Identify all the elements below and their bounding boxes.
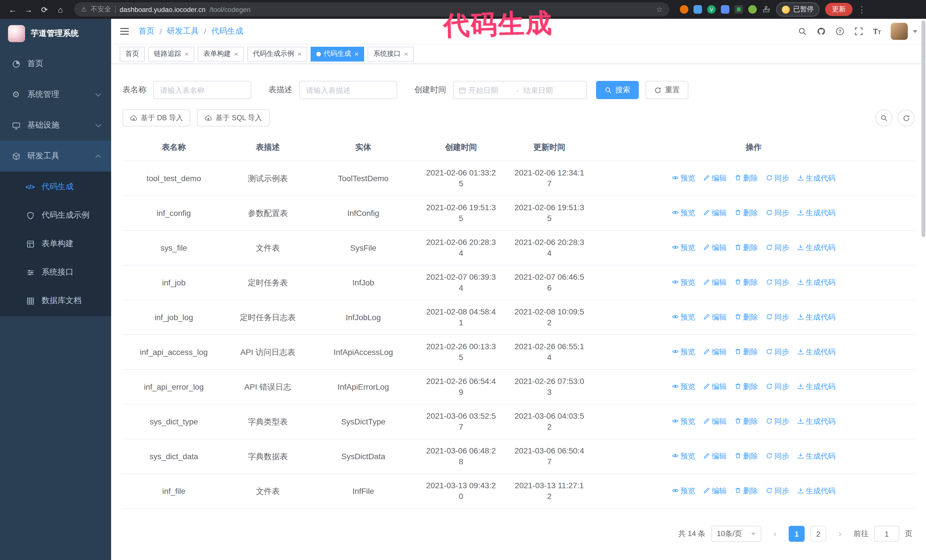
user-avatar[interactable]: [891, 23, 908, 40]
action-delete-link[interactable]: 删除: [735, 451, 758, 462]
action-preview-link[interactable]: 预览: [672, 381, 695, 392]
action-generate-link[interactable]: 生成代码: [797, 451, 835, 462]
sidebar-item-infra[interactable]: 基础设施: [0, 110, 111, 141]
scrollbar-thumb[interactable]: [921, 21, 925, 237]
action-delete-link[interactable]: 删除: [735, 381, 758, 392]
sidebar-item-db-doc[interactable]: 数据库文档: [0, 287, 111, 315]
action-preview-link[interactable]: 预览: [672, 242, 695, 253]
action-sync-link[interactable]: 同步: [766, 242, 789, 253]
next-page-button[interactable]: ›: [832, 526, 848, 542]
sidebar-item-devtools[interactable]: 研发工具: [0, 141, 111, 172]
reset-button[interactable]: 重置: [646, 81, 688, 99]
action-sync-link[interactable]: 同步: [766, 312, 789, 323]
action-edit-link[interactable]: 编辑: [703, 381, 726, 392]
page-button-1[interactable]: 1: [789, 526, 805, 542]
action-delete-link[interactable]: 删除: [735, 485, 758, 496]
extension-icon[interactable]: [735, 5, 743, 14]
close-icon[interactable]: ×: [354, 50, 359, 58]
action-generate-link[interactable]: 生成代码: [797, 381, 835, 392]
help-icon[interactable]: ?: [835, 27, 844, 36]
action-sync-link[interactable]: 同步: [766, 346, 789, 357]
hamburger-icon[interactable]: [120, 27, 129, 35]
sidebar-item-codegen[interactable]: </> 代码生成: [0, 173, 111, 201]
toggle-search-button[interactable]: [875, 109, 893, 127]
sidebar-item-form-builder[interactable]: 表单构建: [0, 229, 111, 258]
action-generate-link[interactable]: 生成代码: [797, 277, 835, 288]
close-icon[interactable]: ×: [298, 50, 301, 58]
import-sql-button[interactable]: 基于 SQL 导入: [197, 109, 269, 127]
action-edit-link[interactable]: 编辑: [703, 277, 726, 288]
back-icon[interactable]: ←: [6, 3, 20, 16]
action-generate-link[interactable]: 生成代码: [797, 242, 835, 253]
goto-page-input[interactable]: [874, 526, 899, 542]
action-edit-link[interactable]: 编辑: [703, 451, 726, 462]
action-edit-link[interactable]: 编辑: [703, 485, 726, 496]
action-generate-link[interactable]: 生成代码: [797, 485, 835, 496]
action-delete-link[interactable]: 删除: [735, 277, 758, 288]
import-db-button[interactable]: 基于 DB 导入: [123, 109, 191, 127]
app-logo[interactable]: 芋道管理系统: [0, 19, 111, 48]
prev-page-button[interactable]: ‹: [767, 526, 783, 542]
search-button[interactable]: 搜索: [596, 81, 639, 99]
extension-icon[interactable]: V: [707, 5, 716, 14]
action-delete-link[interactable]: 删除: [735, 242, 758, 253]
create-time-range-picker[interactable]: -: [453, 81, 587, 99]
close-icon[interactable]: ×: [404, 50, 408, 58]
action-delete-link[interactable]: 删除: [735, 346, 758, 357]
action-sync-link[interactable]: 同步: [766, 173, 789, 183]
scrollbar[interactable]: [921, 21, 925, 558]
action-preview-link[interactable]: 预览: [672, 416, 695, 427]
action-delete-link[interactable]: 删除: [735, 207, 758, 218]
home-icon[interactable]: ⌂: [54, 3, 67, 16]
action-delete-link[interactable]: 删除: [735, 173, 758, 183]
action-preview-link[interactable]: 预览: [672, 173, 695, 183]
fullscreen-icon[interactable]: [854, 27, 863, 36]
extension-icon[interactable]: [680, 5, 688, 14]
action-edit-link[interactable]: 编辑: [703, 416, 726, 427]
action-sync-link[interactable]: 同步: [766, 451, 789, 462]
tab-form-builder[interactable]: 表单构建×: [198, 47, 244, 61]
action-edit-link[interactable]: 编辑: [703, 242, 726, 253]
action-edit-link[interactable]: 编辑: [703, 346, 726, 357]
close-icon[interactable]: ×: [185, 50, 189, 58]
url-bar[interactable]: ⚠ 不安全 dashboard.yudao.iocoder.cn/tool/co…: [74, 2, 670, 17]
action-edit-link[interactable]: 编辑: [703, 312, 726, 323]
avatar-caret-icon[interactable]: [913, 30, 917, 33]
action-delete-link[interactable]: 删除: [735, 416, 758, 427]
sidebar-item-system[interactable]: ⚙ 系统管理: [0, 79, 111, 110]
action-sync-link[interactable]: 同步: [766, 277, 789, 288]
sidebar-item-api[interactable]: 系统接口: [0, 258, 111, 287]
action-sync-link[interactable]: 同步: [766, 416, 789, 427]
action-preview-link[interactable]: 预览: [672, 207, 695, 218]
action-edit-link[interactable]: 编辑: [703, 207, 726, 218]
action-preview-link[interactable]: 预览: [672, 451, 695, 462]
action-sync-link[interactable]: 同步: [766, 485, 789, 496]
action-sync-link[interactable]: 同步: [766, 207, 789, 218]
breadcrumb-devtools[interactable]: 研发工具: [167, 26, 199, 36]
bookmark-star-icon[interactable]: ☆: [656, 5, 663, 14]
refresh-button[interactable]: [897, 109, 915, 127]
action-generate-link[interactable]: 生成代码: [797, 207, 835, 218]
action-generate-link[interactable]: 生成代码: [797, 173, 835, 183]
update-button[interactable]: 更新: [825, 3, 852, 16]
action-sync-link[interactable]: 同步: [766, 381, 789, 392]
action-preview-link[interactable]: 预览: [672, 312, 695, 323]
reload-icon[interactable]: ⟳: [38, 3, 51, 16]
sidebar-item-codegen-demo[interactable]: 代码生成示例: [0, 201, 111, 229]
page-size-select[interactable]: 10条/页: [711, 526, 761, 542]
font-size-icon[interactable]: TT: [873, 27, 881, 36]
extension-icon[interactable]: [693, 5, 702, 14]
tab-codegen[interactable]: 代码生成×: [310, 47, 364, 61]
date-start-input[interactable]: [468, 86, 512, 94]
tab-home[interactable]: 首页: [120, 47, 145, 61]
date-end-input[interactable]: [524, 86, 567, 94]
tab-codegen-demo[interactable]: 代码生成示例×: [247, 47, 307, 61]
action-generate-link[interactable]: 生成代码: [797, 312, 835, 323]
action-generate-link[interactable]: 生成代码: [797, 416, 835, 427]
profile-badge[interactable]: 已暂停: [776, 2, 819, 17]
action-preview-link[interactable]: 预览: [672, 277, 695, 288]
action-preview-link[interactable]: 预览: [672, 485, 695, 496]
action-preview-link[interactable]: 预览: [672, 346, 695, 357]
action-delete-link[interactable]: 删除: [735, 312, 758, 323]
forward-icon[interactable]: →: [22, 3, 35, 16]
